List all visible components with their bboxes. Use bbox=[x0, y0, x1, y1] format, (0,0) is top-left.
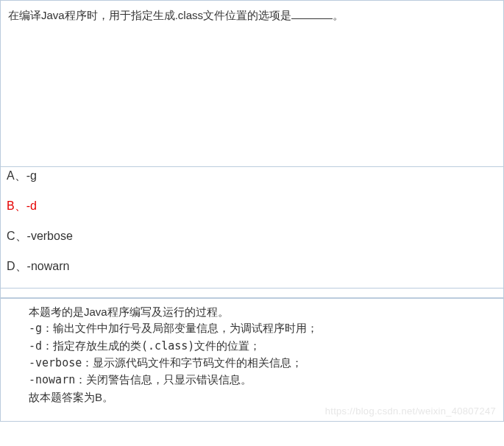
option-c[interactable]: C、-verbose bbox=[4, 222, 499, 252]
explanation-line-1: 本题考的是Java程序编写及运行的过程。 bbox=[29, 303, 499, 320]
explanation-line-6: 故本题答案为B。 bbox=[29, 389, 499, 406]
option-c-label: C、 bbox=[7, 230, 27, 242]
fill-blank bbox=[291, 7, 333, 19]
explanation-panel: 本题考的是Java程序编写及运行的过程。 -g：输出文件中加行号及局部变量信息，… bbox=[0, 298, 504, 422]
option-d-label: D、 bbox=[7, 260, 27, 272]
explanation-line-3: -d：指定存放生成的类(.class)文件的位置； bbox=[29, 338, 499, 355]
option-a[interactable]: A、-g bbox=[4, 169, 499, 191]
explanation-line-2: -g：输出文件中加行号及局部变量信息，为调试程序时用； bbox=[29, 320, 499, 337]
option-a-label: A、 bbox=[7, 169, 26, 182]
option-b-label: B、 bbox=[7, 199, 26, 212]
option-c-text: -verbose bbox=[27, 230, 73, 242]
question-panel: 在编译Java程序时，用于指定生成.class文件位置的选项是。 bbox=[0, 0, 504, 166]
explanation-line-4: -verbose：显示源代码文件和字节码文件的相关信息； bbox=[29, 355, 499, 372]
option-b[interactable]: B、-d bbox=[4, 191, 499, 222]
watermark-text: https://blog.csdn.net/weixin_40807247 bbox=[325, 404, 496, 419]
question-prefix: 在编译Java程序时，用于指定生成.class文件位置的选项是 bbox=[8, 9, 291, 21]
option-d[interactable]: D、-nowarn bbox=[4, 252, 499, 282]
option-a-text: -g bbox=[26, 169, 37, 182]
options-panel: A、-g B、-d C、-verbose D、-nowarn bbox=[0, 166, 504, 288]
option-b-text: -d bbox=[26, 199, 37, 212]
question-text: 在编译Java程序时，用于指定生成.class文件位置的选项是。 bbox=[8, 7, 496, 24]
explanation-line-5: -nowarn：关闭警告信息，只显示错误信息。 bbox=[29, 372, 499, 389]
question-suffix: 。 bbox=[333, 9, 344, 21]
option-d-text: -nowarn bbox=[27, 260, 70, 272]
separator-row bbox=[0, 288, 504, 298]
